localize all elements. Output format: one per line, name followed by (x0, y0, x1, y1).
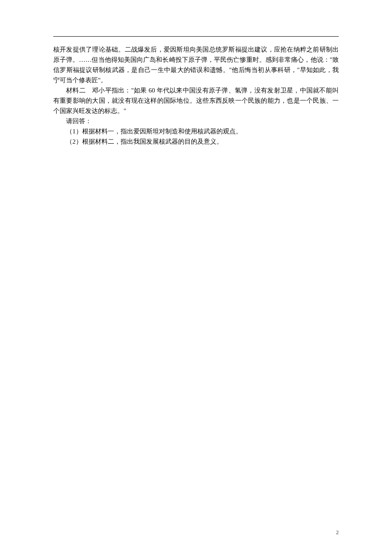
page-number: 2 (336, 528, 339, 537)
paragraph-question-prompt: 请回答： (53, 116, 339, 126)
page-content: 核开发提供了理论基础。二战爆发后，爱因斯坦向美国总统罗斯福提出建议，应抢在纳粹之… (0, 0, 392, 172)
paragraph-question-1: （1）根据材料一，指出爱因斯坦对制造和使用核武器的观点。 (53, 126, 339, 136)
paragraph-question-2: （2）根据材料二，指出我国发展核武器的目的及意义。 (53, 136, 339, 147)
paragraph-material-2: 材料二 邓小平指出："如果 60 年代以来中国没有原子弹、氢弹，没有发射卫星，中… (53, 85, 339, 116)
paragraph-continuation: 核开发提供了理论基础。二战爆发后，爱因斯坦向美国总统罗斯福提出建议，应抢在纳粹之… (53, 44, 339, 85)
horizontal-rule (53, 36, 339, 37)
